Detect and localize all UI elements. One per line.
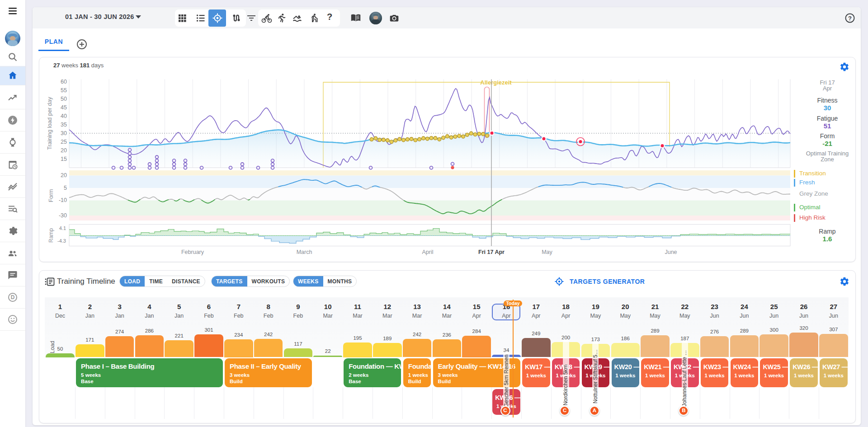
svg-text:D: D bbox=[11, 294, 15, 300]
svg-text:?: ? bbox=[848, 15, 852, 22]
